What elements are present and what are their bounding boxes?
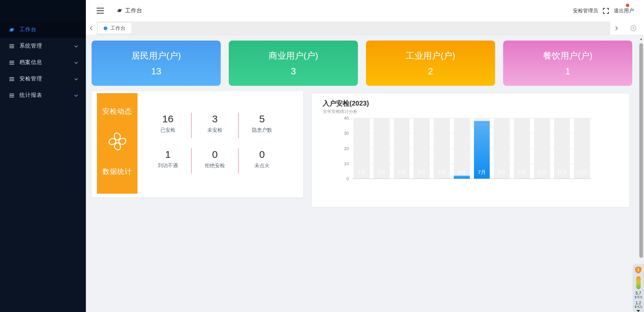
safety-stat-label: 拒绝安检 <box>192 163 238 169</box>
upload-speed-unit: K/s <box>634 295 642 299</box>
x-axis-month-label: 2月 <box>372 169 392 176</box>
stat-card-title: 居民用户(户) <box>92 50 221 62</box>
stat-card-value: 1 <box>503 66 632 77</box>
safety-summary-panel: 安检动态 数据统计 16已安检3未安检5隐患户数1到访不遇0拒绝安检0未点火 <box>92 91 303 197</box>
month-slot-6月: 6月 <box>452 118 472 179</box>
download-speed-value: 1.2 <box>636 301 641 305</box>
logout-button[interactable]: 退出用户 <box>614 8 634 14</box>
y-axis-tick-label: 30 <box>337 131 349 136</box>
x-axis-month-label: 3月 <box>392 169 412 176</box>
scrollbar-thumb[interactable] <box>639 43 643 258</box>
sidebar-item-档案信息[interactable]: 档案信息 <box>0 54 86 71</box>
banner-top-label: 安检动态 <box>103 107 132 116</box>
pinwheel-icon <box>107 131 128 152</box>
stat-card[interactable]: 工业用户(户)2 <box>366 41 495 86</box>
tab-label: 工作台 <box>110 25 125 32</box>
y-axis-tick-label: 10 <box>337 161 349 166</box>
hamburger-icon[interactable] <box>97 8 104 14</box>
safety-stat-value: 0 <box>238 148 285 161</box>
x-axis-month-label: 1月 <box>352 169 372 176</box>
month-slot-1月: 1月 <box>352 118 372 179</box>
notification-dot <box>626 4 629 7</box>
top-header: 工作台 安检管理员 退出用户 <box>86 0 644 21</box>
safety-stat-value: 5 <box>238 113 285 125</box>
stat-card-value: 13 <box>92 66 221 77</box>
close-tabs-icon[interactable] <box>623 21 644 35</box>
stat-card-title: 餐饮用户(户) <box>503 50 632 62</box>
x-axis-month-label: 8月 <box>492 169 512 176</box>
annual-inspection-chart-panel: 入户安检(2023) 全年安检统计分析 0102030401月2月3月4月5月6… <box>312 93 629 207</box>
chevron-down-icon <box>74 44 78 49</box>
month-slot-3月: 3月 <box>392 118 412 179</box>
sidebar-item-label: 统计报表 <box>19 92 74 99</box>
x-axis-baseline <box>352 179 592 179</box>
safety-stat-label: 未点火 <box>238 163 285 169</box>
safety-stat-未点火: 0未点火 <box>238 148 285 174</box>
fullscreen-icon[interactable] <box>603 8 609 14</box>
tabs-scroll-right-button[interactable] <box>610 21 623 35</box>
bar-6月[interactable] <box>454 176 470 179</box>
sidebar: 工作台系统管理档案信息安检管理统计报表 <box>0 0 86 312</box>
tab-bar: 工作台 <box>86 21 644 35</box>
chevron-down-icon <box>74 60 78 65</box>
sidebar-menu: 工作台系统管理档案信息安检管理统计报表 <box>0 21 86 104</box>
chart-title: 入户安检(2023) <box>323 99 369 108</box>
page-title: 工作台 <box>125 7 142 14</box>
sidebar-item-label: 工作台 <box>19 26 78 33</box>
chart-subtitle: 全年安检统计分析 <box>323 109 358 115</box>
safety-stat-value: 1 <box>145 148 191 161</box>
month-slot-12月: 12月 <box>572 118 592 179</box>
x-axis-month-label: 7月 <box>472 169 492 176</box>
sidebar-item-label: 安检管理 <box>19 75 74 82</box>
download-speed-unit: K/s <box>634 305 642 309</box>
up-arrow-icon <box>634 296 637 299</box>
month-slot-7月: 7月 <box>472 118 492 179</box>
month-slot-4月: 4月 <box>412 118 432 179</box>
bar-chart-plot-area: 0102030401月2月3月4月5月6月7月8月9月10月11月12月 <box>352 118 592 179</box>
network-monitor-widget[interactable]: 1 5.7 K/s 1.2 K/s <box>633 264 644 312</box>
stat-card[interactable]: 居民用户(户)13 <box>92 41 221 86</box>
active-tab-dot <box>104 26 107 30</box>
month-slot-8月: 8月 <box>492 118 512 179</box>
y-axis-tick-label: 20 <box>337 146 349 151</box>
sidebar-item-统计报表[interactable]: 统计报表 <box>0 87 86 104</box>
sidebar-item-label: 档案信息 <box>19 59 74 66</box>
menu-icon <box>9 92 15 99</box>
sidebar-item-安检管理[interactable]: 安检管理 <box>0 71 86 87</box>
sidebar-item-系统管理[interactable]: 系统管理 <box>0 38 86 54</box>
tab-workbench[interactable]: 工作台 <box>97 22 132 34</box>
tabs-scroll-left-button[interactable] <box>86 21 97 35</box>
x-axis-month-label: 9月 <box>512 169 532 176</box>
leaf-icon <box>117 8 122 13</box>
safety-stats-grid: 16已安检3未安检5隐患户数1到访不遇0拒绝安检0未点火 <box>145 113 285 174</box>
safety-stat-label: 隐患户数 <box>238 127 285 133</box>
menu-icon <box>9 60 15 66</box>
shield-badge-icon: 1 <box>635 266 642 273</box>
stat-card-value: 3 <box>229 66 358 77</box>
month-slot-11月: 11月 <box>552 118 572 179</box>
y-axis-tick-label: 0 <box>337 176 349 181</box>
month-slot-2月: 2月 <box>372 118 392 179</box>
stat-card[interactable]: 餐饮用户(户)1 <box>503 41 632 86</box>
down-arrow-icon <box>634 305 637 308</box>
safety-stat-value: 16 <box>145 113 191 125</box>
collapse-triangle-icon[interactable] <box>637 310 640 312</box>
safety-stat-隐患户数: 5隐患户数 <box>238 113 285 138</box>
sidebar-item-工作台[interactable]: 工作台 <box>0 21 86 38</box>
chevron-down-icon <box>74 77 78 81</box>
safety-stat-已安检: 16已安检 <box>145 113 192 138</box>
safety-stat-value: 0 <box>192 148 238 161</box>
y-axis-tick-label: 40 <box>337 116 349 121</box>
banner-bottom-label: 数据统计 <box>103 167 132 176</box>
menu-icon <box>9 76 15 82</box>
scrollbar-up-arrow[interactable]: ▲ <box>638 37 644 41</box>
stat-card[interactable]: 商业用户(户)3 <box>229 41 358 86</box>
stat-card-title: 工业用户(户) <box>366 50 495 62</box>
breadcrumb: 工作台 <box>117 7 142 14</box>
safety-stat-到访不遇: 1到访不遇 <box>145 148 192 174</box>
x-axis-month-label: 11月 <box>552 169 572 176</box>
month-slot-9月: 9月 <box>512 118 532 179</box>
svg-text:1: 1 <box>637 268 639 272</box>
header-right: 安检管理员 退出用户 <box>573 0 634 21</box>
month-slot-10月: 10月 <box>532 118 552 179</box>
